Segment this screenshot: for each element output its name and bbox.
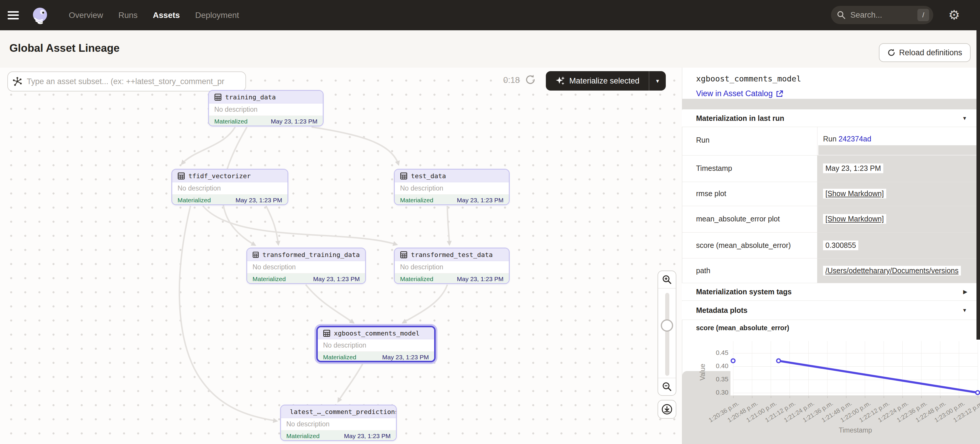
materialization-time: May 23, 1:23 PM [235, 197, 282, 204]
path-link[interactable]: /Users/odetteharary/Documents/versions [823, 266, 961, 275]
asset-node-training_data[interactable]: training_data No description Materialize… [208, 90, 324, 126]
nav-item-runs[interactable]: Runs [118, 11, 138, 20]
refresh-countdown: 0:18 [503, 75, 520, 85]
asset-name: training_data [225, 94, 276, 101]
chevron-right-icon: ▶ [963, 289, 967, 295]
zoom-out-icon [662, 381, 672, 392]
search-placeholder: Search... [850, 11, 882, 20]
status-badge: Materialized [253, 275, 286, 283]
dagster-logo-icon[interactable] [30, 6, 49, 25]
materialization-time: May 23, 1:23 PM [382, 354, 429, 361]
nav-item-deployment[interactable]: Deployment [195, 11, 239, 20]
x-axis-title: Timestamp [835, 426, 876, 434]
page-vertical-scrollbar[interactable] [977, 30, 980, 340]
op-selector-icon [13, 77, 22, 86]
sparkle-icon [555, 76, 565, 86]
zoom-slider-thumb[interactable] [661, 319, 673, 332]
row-label-mae-plot: mean_absolute_error plot [696, 215, 780, 223]
row-label-timestamp: Timestamp [696, 164, 732, 173]
materialize-options-caret[interactable]: ▾ [649, 71, 666, 91]
row-label-score: score (mean_absolute_error) [696, 241, 791, 250]
row-value-run: Run 242374ad [823, 135, 871, 143]
materialization-time: May 23, 1:23 PM [344, 433, 391, 439]
status-badge: Materialized [323, 354, 356, 361]
asset-name: latest_…_comment_predictions [290, 408, 397, 415]
status-badge: Materialized [178, 197, 211, 204]
row-label-run: Run [696, 136, 710, 144]
asset-node-xgboost_comments_model[interactable]: xgboost_comments_model No description Ma… [316, 326, 436, 362]
row-value-timestamp: May 23, 1:23 PM [823, 164, 883, 173]
settings-gear-icon[interactable]: ⚙ [947, 6, 961, 24]
section-materialization-system-tags[interactable]: Materialization system tags ▶ [682, 283, 980, 301]
asset-description: No description [281, 418, 396, 430]
status-badge: Materialized [214, 118, 248, 125]
table-icon [178, 172, 185, 180]
reload-icon [888, 49, 896, 57]
asset-node-latest_comment_predictions[interactable]: latest_…_comment_predictions No descript… [280, 404, 397, 441]
zoom-slider-track[interactable] [665, 293, 669, 376]
asset-node-tfidf_vectorizer[interactable]: tfidf_vectorizer No description Material… [171, 169, 288, 205]
materialization-time: May 23, 1:23 PM [313, 275, 360, 283]
mae-show-markdown-link[interactable]: [Show Markdown] [823, 214, 886, 224]
asset-description: No description [172, 182, 288, 195]
zoom-controls [657, 271, 676, 396]
page-header [0, 30, 980, 68]
table-icon [323, 329, 330, 337]
data-point [776, 359, 780, 363]
view-in-asset-catalog-link[interactable]: View in Asset Catalog [696, 89, 783, 98]
status-badge: Materialized [286, 433, 320, 439]
hamburger-menu-icon[interactable] [8, 11, 19, 19]
global-search[interactable]: Search... / [831, 6, 933, 24]
nav-item-overview[interactable]: Overview [69, 11, 103, 20]
zoom-in-button[interactable] [658, 271, 676, 288]
section-metadata-plots[interactable]: Metadata plots ▼ [682, 301, 980, 320]
panel-horizontal-scrollbar[interactable] [682, 99, 980, 109]
row-label-path: path [696, 266, 710, 275]
materialization-time: May 23, 1:23 PM [271, 118, 317, 125]
asset-node-transformed_test_data[interactable]: transformed_test_data No description Mat… [394, 248, 510, 284]
asset-name: transformed_training_data [262, 251, 360, 258]
nav-links: Overview Runs Assets Deployment [69, 11, 239, 20]
materialization-time: May 23, 1:23 PM [457, 275, 504, 283]
rmse-show-markdown-link[interactable]: [Show Markdown] [823, 189, 886, 199]
asset-description: No description [209, 103, 323, 116]
page-title: Global Asset Lineage [10, 42, 119, 54]
asset-description: No description [395, 261, 509, 274]
asset-filter-input[interactable] [26, 77, 241, 86]
asset-filter-bar[interactable] [7, 72, 246, 91]
status-badge: Materialized [400, 275, 433, 283]
download-graph-button[interactable] [657, 400, 676, 419]
materialize-selected-button[interactable]: Materialize selected [546, 71, 649, 91]
reload-definitions-button[interactable]: Reload definitions [879, 43, 970, 62]
run-id-link[interactable]: 242374ad [838, 135, 871, 143]
panel-asset-title: xgboost_comments_model [696, 74, 801, 83]
table-icon [400, 172, 407, 180]
run-row-scrollbar[interactable] [818, 145, 980, 155]
asset-description: No description [318, 339, 434, 352]
table-icon [400, 251, 407, 258]
table-icon [253, 251, 259, 258]
row-value-score: 0.300855 [823, 240, 858, 250]
external-link-icon [776, 90, 783, 98]
asset-graph-canvas[interactable]: 0:18 Materialize selected ▾ training_dat… [0, 68, 682, 444]
asset-node-transformed_training_data[interactable]: transformed_training_data No description… [246, 248, 366, 284]
asset-description: No description [395, 182, 509, 195]
asset-name: tfidf_vectorizer [188, 172, 251, 180]
data-point [976, 391, 980, 395]
zoom-out-button[interactable] [658, 378, 676, 395]
nav-item-assets[interactable]: Assets [153, 11, 180, 20]
asset-node-test_data[interactable]: test_data No description MaterializedMay… [394, 169, 510, 205]
chevron-down-icon: ▼ [962, 307, 967, 314]
download-icon [661, 403, 673, 415]
top-nav: Overview Runs Assets Deployment Search..… [0, 0, 980, 30]
status-badge: Materialized [400, 197, 433, 204]
dagster-global-asset-lineage: Overview Runs Assets Deployment Search..… [0, 0, 980, 444]
asset-description: No description [247, 261, 365, 274]
refresh-icon[interactable] [525, 74, 536, 85]
chevron-down-icon: ▼ [962, 116, 967, 121]
asset-name: transformed_test_data [411, 251, 493, 258]
table-icon [214, 94, 222, 101]
section-materialization-last-run[interactable]: Materialization in last run ▼ [682, 110, 980, 127]
row-label-rmse-plot: rmse plot [696, 189, 726, 198]
chart-series [682, 335, 980, 406]
